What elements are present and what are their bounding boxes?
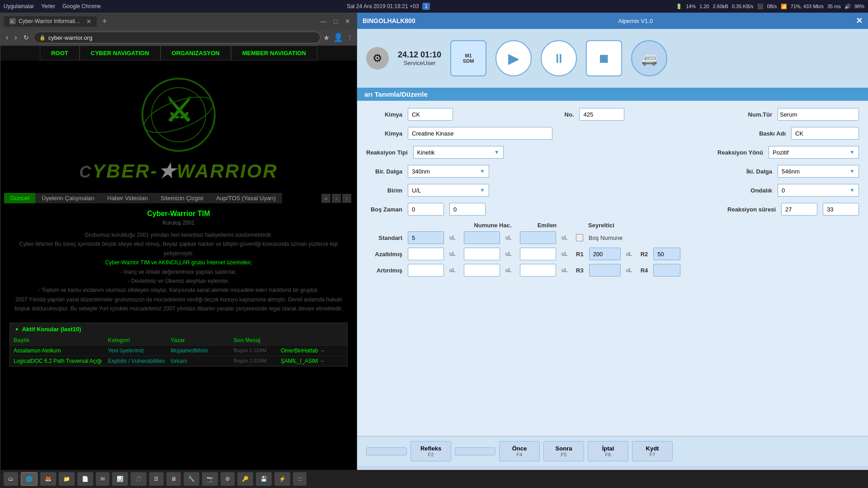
nav-cyber[interactable]: CYBER NAVIGATION — [80, 46, 160, 61]
star-icon[interactable]: ★ — [323, 33, 330, 42]
artirilmis-seyr-input[interactable] — [520, 264, 556, 277]
r1-input[interactable] — [589, 248, 621, 260]
reaksiyon-yonu-dropdown[interactable]: Pozitif ▼ — [769, 146, 859, 159]
forward-button[interactable]: › — [13, 33, 19, 42]
tb-app-chrome[interactable]: 🌐 — [21, 472, 38, 486]
num-tur-select[interactable]: Serum — [778, 108, 859, 121]
tb-app-power[interactable]: ⚡ — [274, 472, 290, 486]
wifi-icon: 📶 — [781, 4, 787, 9]
cw-site: ROOT CYBER NAVIGATION ORGANIZASYON MEMBE… — [0, 46, 357, 488]
nav-member[interactable]: MEMBER NAVIGATION — [231, 46, 317, 61]
birim-dropdown[interactable]: U/L ▼ — [408, 184, 489, 197]
menu-cizgi[interactable]: Sitemizin Çizgisi — [154, 193, 210, 203]
back-button[interactable]: ‹ — [4, 33, 10, 42]
tab-close-icon[interactable]: ✕ — [86, 18, 91, 25]
browser-tab[interactable]: ⚔ Cyber-Warrior Informatio... ✕ — [4, 16, 97, 27]
tb-app-chart[interactable]: 📊 — [112, 472, 128, 486]
menu-googlechrome[interactable]: Google Chrome — [62, 3, 101, 9]
tb-app-menu[interactable]: ::: — [293, 472, 307, 486]
nav-root[interactable]: ROOT — [40, 46, 80, 61]
right-panel: BINGOLHALK800 Alpemix V1.0 ✕ ⚙ 24.12 01:… — [357, 13, 868, 488]
row1-title[interactable]: LogicalDOC 6.2 Path Traversal Açığı — [14, 358, 108, 364]
kimya1-input[interactable] — [408, 108, 453, 121]
arrow-next[interactable]: › — [342, 194, 351, 203]
rp-row-6: Boş Zaman Reaksiyon süresi — [366, 203, 859, 216]
new-tab-icon[interactable]: + — [102, 17, 107, 26]
menu-yerler[interactable]: Yerler — [41, 3, 55, 9]
row0-title[interactable]: Assalamun Aleikum — [14, 347, 108, 354]
ondalik-arrow: ▼ — [849, 187, 855, 193]
rp-truck-btn[interactable]: 🚐 — [631, 40, 667, 76]
tb-app-files[interactable]: 🗂 — [4, 472, 18, 486]
row0-user[interactable]: OmerBinHattab → — [281, 347, 344, 354]
arrow-prev[interactable]: ‹ — [332, 194, 341, 203]
tb-app-email[interactable]: ✉ — [96, 472, 109, 486]
iki-dalga-dropdown[interactable]: 546nm ▼ — [778, 165, 859, 178]
tb-app-doc[interactable]: 📄 — [77, 472, 93, 486]
nav-org[interactable]: ORGANIZASYON — [160, 46, 231, 61]
tb-app-camera[interactable]: 📷 — [202, 472, 218, 486]
azaltilmis-emilen-input[interactable] — [464, 248, 500, 260]
tb-app-calendar[interactable]: 🗓 — [149, 472, 164, 486]
reaksiyon-tipi-dropdown[interactable]: Kinetik ▼ — [413, 146, 504, 159]
tb-app-key[interactable]: 🔑 — [237, 472, 253, 486]
standart-hac-input[interactable] — [408, 231, 444, 244]
tb-app-save[interactable]: 💾 — [256, 472, 272, 486]
azaltilmis-hac-input[interactable] — [408, 248, 444, 260]
cw-top-nav: ROOT CYBER NAVIGATION ORGANIZASYON MEMBE… — [0, 46, 357, 61]
bos-zaman-input1[interactable] — [408, 203, 444, 216]
row1-user[interactable]: ŞAMİL_I_ASIM → — [281, 358, 344, 364]
r2-input[interactable] — [653, 248, 680, 260]
reaksiyon-suresi-input1[interactable] — [781, 203, 817, 216]
ondalik-dropdown[interactable]: 0 ▼ — [778, 184, 859, 197]
btn-empty1[interactable] — [366, 447, 407, 455]
artirilmis-hac-input[interactable] — [408, 264, 444, 277]
menu-guncel[interactable]: Güncel — [4, 193, 35, 203]
arrow-prev-prev[interactable]: « — [321, 194, 330, 203]
azaltilmis-seyr-input[interactable] — [520, 248, 556, 260]
taskbar-top: Uygulamalar Yerler Google Chrome Sal 24 … — [0, 0, 868, 13]
btn-sonra[interactable]: Sonra F5 — [543, 441, 584, 461]
rp-play-btn[interactable]: ▶ — [495, 40, 532, 76]
gear-icon[interactable]: ⚙ — [366, 47, 389, 70]
btn-refleks[interactable]: Refleks F2 — [410, 441, 451, 461]
refresh-button[interactable]: ↻ — [22, 33, 31, 42]
standart-seyr-input[interactable] — [520, 231, 556, 244]
kimya2-input[interactable] — [408, 127, 552, 140]
close-btn[interactable]: ✕ — [342, 17, 353, 26]
bir-dalga-dropdown[interactable]: 340nm ▼ — [408, 165, 489, 178]
btn-once[interactable]: Önce F4 — [499, 441, 540, 461]
tb-app-tools[interactable]: 🔧 — [184, 472, 199, 486]
menu-haber[interactable]: Haber Videoları — [101, 193, 154, 203]
rp-close-btn[interactable]: ✕ — [856, 16, 863, 26]
menu-uygulamalar[interactable]: Uygulamalar — [4, 3, 34, 9]
tb-app-music[interactable]: 🎵 — [131, 472, 146, 486]
no-input[interactable] — [579, 108, 624, 121]
btn-iptal[interactable]: İptal F6 — [588, 441, 628, 461]
tb-app-term[interactable]: 🖥 — [166, 472, 181, 486]
r3-input[interactable] — [589, 264, 621, 277]
bos-numune-checkbox[interactable] — [576, 234, 583, 241]
rp-m1-sdm-box[interactable]: M1 SDM — [450, 40, 486, 76]
btn-kydt[interactable]: Kydt F7 — [632, 441, 673, 461]
baski-adi-input[interactable] — [791, 127, 859, 140]
artirilmis-emilen-input[interactable] — [464, 264, 500, 277]
iki-dalga-arrow: ▼ — [849, 168, 855, 174]
maximize-btn[interactable]: □ — [331, 17, 340, 26]
rp-stop-btn[interactable]: ⏹ — [586, 40, 622, 76]
btn-empty2[interactable] — [455, 447, 495, 455]
menu-aup[interactable]: Aup/TOS (Yasal Uyarı) — [210, 193, 282, 203]
minimize-btn[interactable]: — — [318, 17, 330, 26]
menu-uyeler[interactable]: Üyelerin Çalışmaları — [35, 193, 101, 203]
r4-input[interactable] — [653, 264, 680, 277]
standart-emilen-input[interactable] — [464, 231, 500, 244]
tb-app-settings[interactable]: ⚙ — [221, 472, 235, 486]
tb-app-folder[interactable]: 📁 — [59, 472, 75, 486]
tb-app-firefox[interactable]: 🦊 — [40, 472, 56, 486]
rp-pause-btn[interactable]: ⏸ — [541, 40, 577, 76]
menu-icon[interactable]: ⋮ — [347, 34, 353, 41]
address-bar[interactable]: 🔒 cyber-warrior.org — [33, 32, 321, 43]
reaksiyon-suresi-input2[interactable] — [823, 203, 859, 216]
avatar-icon[interactable]: 👤 — [333, 33, 343, 42]
bos-zaman-input2[interactable] — [449, 203, 486, 216]
